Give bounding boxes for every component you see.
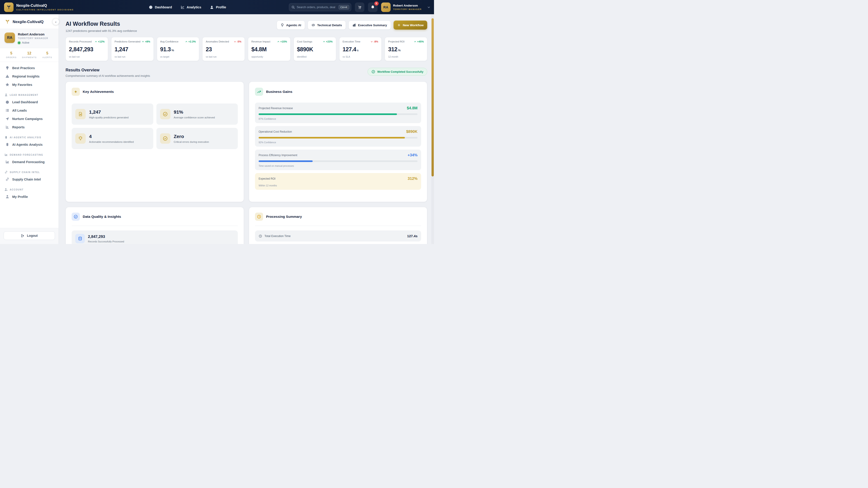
sidebar-item-demand-forecasting[interactable]: Demand Forecasting (0, 158, 59, 166)
agentic-ai-label: Agentic AI (286, 24, 301, 27)
records-label: Records Successfully Processed (88, 240, 124, 243)
kpi-value: $890K (297, 46, 333, 53)
gain-label: Expected ROI (258, 177, 276, 180)
global-search[interactable]: Ctrl+K (289, 3, 351, 11)
achievement-value: 91% (174, 109, 215, 115)
gain-efficiency: Process Efficiency Improvement +34% Time… (255, 150, 421, 170)
sidebar-user-role: TERRITORY MANAGER (18, 37, 48, 39)
user-menu[interactable]: RA Robert Anderson TERRITORY MANAGER (381, 2, 430, 12)
records-processed-tile: 2,847,293 Records Successfully Processed (72, 230, 238, 244)
shipments-label: SHIPMENTS (20, 56, 38, 59)
trend-down-icon (370, 40, 373, 43)
technical-details-button[interactable]: Technical Details (308, 21, 346, 30)
kpi-records-processed: Records Processed +12% 2,847,293 vs last… (66, 37, 108, 61)
sidebar-item-reports[interactable]: Reports (0, 123, 59, 131)
progress-fill (258, 160, 313, 162)
bar-chart-icon (5, 125, 9, 129)
lightbulb-icon (75, 133, 86, 144)
kpi-delta: -8% (374, 40, 378, 43)
gain-caption: Time saved on manual processes (258, 164, 417, 167)
progress-fill (258, 137, 405, 138)
sidebar-item-supply-chain-intel[interactable]: Supply Chain Intel (0, 175, 59, 184)
nav-analytics[interactable]: Analytics (181, 5, 201, 9)
avatar: RA (4, 33, 15, 43)
sidebar-item-ai-agentic-analysis[interactable]: AI Agentic Analysis (0, 140, 59, 149)
nav-dashboard[interactable]: Dashboard (149, 5, 172, 9)
gain-caption: Within 12 months (258, 184, 417, 187)
clock-icon (255, 213, 263, 221)
sidebar-item-my-profile[interactable]: My Profile (0, 193, 59, 201)
nav-dashboard-label: Dashboard (155, 5, 172, 9)
dashboard-gauge-icon (149, 5, 153, 9)
database-icon (75, 234, 85, 243)
new-workflow-button[interactable]: New Workflow (394, 21, 427, 30)
search-input[interactable] (297, 5, 337, 9)
kpi-value: 2,847,293 (69, 46, 105, 53)
ps-label: Total Execution Time (265, 234, 290, 238)
sidebar-item-all-leads[interactable]: All Leads (0, 106, 59, 115)
brain-icon (5, 142, 9, 147)
sidebar-item-label: Best Practices (12, 66, 35, 70)
section-account: ACCOUNT (0, 184, 59, 193)
key-achievements-title: Key Achievements (83, 90, 114, 94)
page-scrollbar-thumb[interactable] (432, 18, 434, 176)
header-right: Ctrl+K 5 RA Robert Anderson TERRITORY MA… (289, 0, 430, 14)
bell-icon (370, 5, 375, 9)
agentic-ai-button[interactable]: Agentic AI (277, 21, 305, 30)
sidebar-item-lead-dashboard[interactable]: Lead Dashboard (0, 98, 59, 106)
gauge-icon (5, 100, 9, 104)
sidebar-item-best-practices[interactable]: Best Practices (0, 64, 59, 72)
page-scrollbar-track[interactable] (431, 14, 434, 244)
trend-up-icon (277, 40, 280, 43)
executive-summary-button[interactable]: Executive Summary (348, 21, 391, 30)
kpi-caption: opportunity (251, 55, 287, 58)
kpi-anomalies-detected: Anomalies Detected -5% 23 vs last run (202, 37, 245, 61)
sidebar-item-label: Reports (12, 125, 25, 129)
link-icon (5, 177, 9, 181)
brand-subtitle: CULTIVATING INTELLIGENT DECISIONS (16, 8, 74, 11)
kpi-delta: +15% (280, 40, 287, 43)
trend-up-icon (414, 40, 416, 43)
page-title: AI Workflow Results (66, 21, 137, 27)
achievement-label: High-quality predictions generated (89, 116, 129, 119)
alerts-label: ALERTS (38, 56, 56, 59)
logout-button[interactable]: Logout (4, 231, 55, 240)
sidebar-item-label: Nurture Campaigns (12, 117, 43, 121)
gain-value: $890K (406, 129, 417, 134)
sidebar-user-card: RA Robert Anderson TERRITORY MANAGER Act… (0, 29, 59, 48)
execution-time-row: Total Execution Time 127.4s (255, 230, 421, 241)
kpi-avg-confidence: Avg Confidence +2.3% 91.3% vs target (157, 37, 199, 61)
kpi-label: Avg Confidence (160, 40, 179, 43)
sidebar-item-label: Supply Chain Intel (12, 177, 41, 181)
achievement-label: Critical errors during execution (174, 140, 209, 143)
sidebar-item-nurture-campaigns[interactable]: Nurture Campaigns (0, 115, 59, 123)
sidebar-item-my-favorites[interactable]: My Favorites (0, 80, 59, 89)
cart-button[interactable] (355, 2, 364, 12)
kpi-caption: 12-month (388, 55, 424, 58)
kpi-label: Anomalies Detected (206, 40, 229, 43)
seedling-icon (6, 4, 11, 10)
progress-fill (258, 113, 397, 115)
kpi-delta: +12% (98, 40, 105, 43)
plus-icon (397, 23, 401, 27)
sidebar-item-label: Demand Forecasting (12, 160, 44, 164)
profile-person-icon (210, 5, 214, 9)
sidebar-item-regional-insights[interactable]: Regional Insights (0, 72, 59, 80)
notifications-button[interactable]: 5 (368, 2, 377, 12)
nav-profile[interactable]: Profile (210, 5, 226, 9)
kpi-label: Execution Time (343, 40, 361, 43)
executive-summary-label: Executive Summary (358, 24, 387, 27)
sidebar-menu: Best Practices Regional Insights My Favo… (0, 62, 59, 228)
sidebar-collapse-button[interactable]: ‹ (53, 18, 59, 25)
kpi-value: 1,247 (115, 46, 150, 53)
new-workflow-label: New Workflow (403, 24, 424, 27)
gain-caption: 87% Confidence (258, 118, 417, 120)
user-avatar: RA (381, 2, 391, 12)
sidebar: Nexgile-CultivaIQ ‹ RA Robert Anderson T… (0, 14, 59, 244)
kpi-delta: -5% (237, 40, 241, 43)
kpi-caption: vs target (160, 55, 196, 58)
kpi-value: 91.3% (160, 46, 196, 53)
trend-up-icon (323, 40, 325, 43)
section-label: DEMAND FORECASTING (10, 154, 43, 156)
workflow-status-label: Workflow Completed Successfully (377, 70, 423, 73)
